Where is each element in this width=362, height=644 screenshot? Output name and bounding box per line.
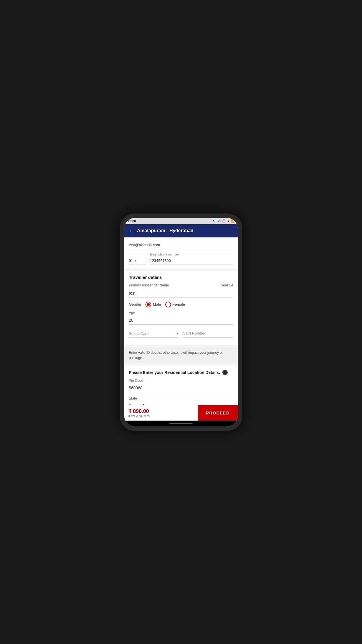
country-dropdown-arrow: ▼: [134, 259, 137, 262]
passenger-info-row: Primary Passenger Name Seat E4: [129, 283, 233, 287]
status-icons: 🛡 🪪 ⏰ ▲ 📶: [213, 219, 234, 223]
email-input[interactable]: [129, 241, 233, 249]
app-header: ← Amalapuram - Hyderabad: [124, 224, 238, 237]
state-label: State: [129, 396, 233, 400]
female-radio[interactable]: Female: [165, 302, 185, 307]
seat-info: Seat E4: [221, 283, 233, 287]
select-card-arrow: ▼: [176, 332, 179, 335]
state-selector[interactable]: Karnataka ▼: [129, 402, 233, 405]
location-section: Please Enter your Residential Location D…: [124, 366, 238, 405]
age-label: Age: [129, 311, 233, 315]
male-radio-circle[interactable]: [145, 302, 151, 307]
price-note: (Excluding taxes): [128, 414, 194, 418]
traveller-section-title: Traveller details: [129, 275, 233, 280]
phone-frame: 12:08 🛡 🪪 ⏰ ▲ 📶 ← Amalapuram - Hyderabad: [120, 214, 242, 431]
traveller-section: Traveller details Primary Passenger Name…: [124, 271, 238, 345]
phone-label: Enter phone number: [150, 253, 233, 256]
phone-input[interactable]: [150, 257, 233, 265]
passenger-label: Primary Passenger Name: [129, 283, 169, 287]
price-section: ₹ 890.00 (Excluding taxes): [124, 405, 198, 421]
male-label: Male: [153, 302, 161, 307]
phone-screen: 12:08 🛡 🪪 ⏰ ▲ 📶 ← Amalapuram - Hyderabad: [124, 218, 238, 426]
select-card-label: Select Card: [129, 331, 149, 336]
female-label: Female: [173, 302, 185, 307]
back-button[interactable]: ←: [129, 228, 134, 234]
info-icon: i: [222, 370, 228, 375]
header-title: Amalapuram - Hyderabad: [137, 228, 194, 233]
location-title-row: Please Enter your Residential Location D…: [129, 370, 233, 375]
gender-label: Gender: [129, 302, 141, 307]
shield-icon: 🛡: [213, 219, 216, 223]
sim-icon: 🪪: [217, 219, 221, 223]
phone-row: 91 ▼ Enter phone number: [129, 253, 233, 265]
select-card-dropdown[interactable]: Select Card ▼: [129, 330, 179, 338]
country-code-text: 91: [129, 258, 133, 263]
passenger-name-input[interactable]: [129, 289, 233, 298]
id-warning: Enter valid ID details; otherwise, it wi…: [124, 347, 238, 363]
phone-input-wrapper: Enter phone number: [150, 253, 233, 265]
card-number-placeholder: Card Number: [183, 331, 205, 335]
female-radio-circle[interactable]: [165, 302, 171, 307]
card-row: Select Card ▼ Card Number: [129, 329, 233, 338]
status-bar: 12:08 🛡 🪪 ⏰ ▲ 📶: [124, 218, 238, 224]
contact-section: 91 ▼ Enter phone number: [124, 237, 238, 268]
card-number-field: Card Number: [183, 329, 233, 338]
status-time: 12:08: [128, 219, 136, 223]
home-indicator: [124, 421, 238, 426]
proceed-button[interactable]: PROCEED: [198, 405, 238, 421]
bottom-bar: ₹ 890.00 (Excluding taxes) PROCEED: [124, 405, 238, 421]
pin-code-label: Pin Code: [129, 379, 233, 383]
age-input[interactable]: [129, 316, 233, 325]
price-amount: ₹ 890.00: [128, 408, 194, 414]
country-code-selector[interactable]: 91 ▼: [129, 257, 146, 265]
scroll-content: 91 ▼ Enter phone number Traveller detail…: [124, 237, 238, 405]
alarm-icon: ⏰: [222, 219, 226, 223]
location-section-title: Please Enter your Residential Location D…: [129, 370, 220, 375]
signal-icon: 📶: [231, 219, 234, 223]
wifi-icon: ▲: [227, 219, 230, 223]
pin-code-input[interactable]: [129, 384, 233, 392]
home-bar: [169, 423, 193, 424]
male-radio[interactable]: Male: [145, 302, 161, 307]
gender-row: Gender Male Female: [129, 302, 233, 307]
country-code-section: 91 ▼: [129, 257, 146, 265]
